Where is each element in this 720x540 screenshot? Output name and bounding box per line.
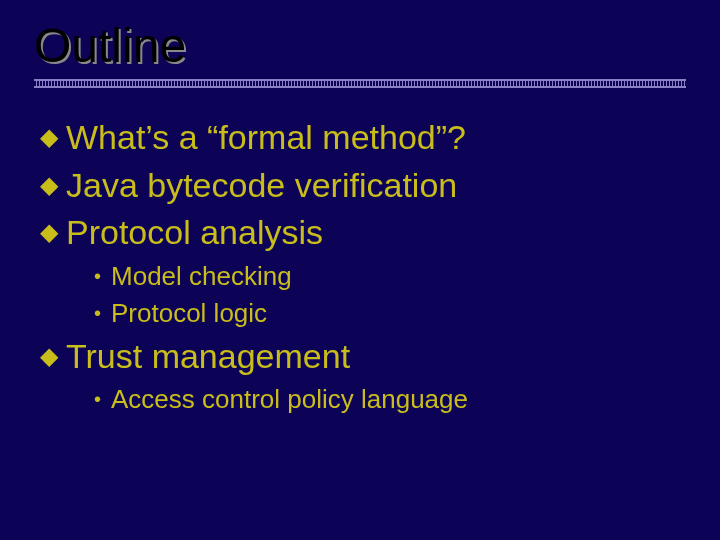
slide-title: Outline (34, 18, 686, 73)
list-item: • Protocol logic (94, 296, 686, 331)
list-item: ◆ What’s a “formal method”? (40, 116, 686, 160)
list-item-text: Model checking (111, 259, 292, 294)
list-item-text: What’s a “formal method”? (66, 116, 466, 160)
list-item: ◆ Protocol analysis (40, 211, 686, 255)
dot-bullet-icon: • (94, 300, 101, 327)
list-item-text: Access control policy language (111, 382, 468, 417)
diamond-bullet-icon: ◆ (40, 170, 58, 201)
list-item: • Model checking (94, 259, 686, 294)
list-item: ◆ Java bytecode verification (40, 164, 686, 208)
list-item-text: Java bytecode verification (66, 164, 457, 208)
dot-bullet-icon: • (94, 386, 101, 413)
list-item-text: Trust management (66, 335, 350, 379)
diamond-bullet-icon: ◆ (40, 341, 58, 372)
list-item: ◆ Trust management (40, 335, 686, 379)
list-item-text: Protocol logic (111, 296, 267, 331)
slide: Outline ◆ What’s a “formal method”? ◆ Ja… (0, 0, 720, 417)
dot-bullet-icon: • (94, 263, 101, 290)
list-item-text: Protocol analysis (66, 211, 323, 255)
diamond-bullet-icon: ◆ (40, 217, 58, 248)
list-item: • Access control policy language (94, 382, 686, 417)
bullet-list: ◆ What’s a “formal method”? ◆ Java bytec… (40, 116, 686, 417)
diamond-bullet-icon: ◆ (40, 122, 58, 153)
title-underline (34, 79, 686, 88)
